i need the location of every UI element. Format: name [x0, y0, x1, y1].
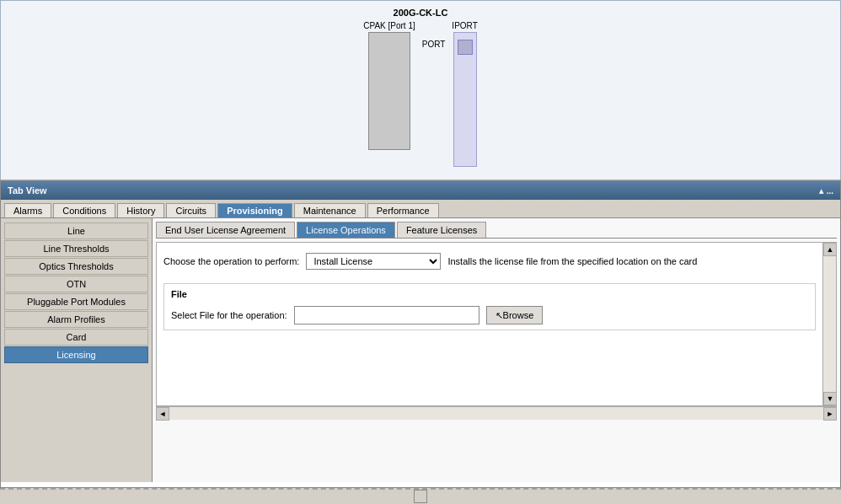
tab-history[interactable]: History: [117, 203, 164, 217]
operation-label: Choose the operation to perform:: [163, 256, 299, 266]
tab-provisioning[interactable]: Provisioning: [217, 203, 292, 217]
operation-select[interactable]: Install License: [306, 253, 441, 270]
vertical-scrollbar: ▲ ▼: [822, 243, 836, 405]
inner-tabs-bar: End User License Agreement License Opera…: [156, 222, 837, 239]
iport-box: [458, 40, 473, 55]
tab-view-menu-icon[interactable]: ...: [827, 186, 833, 196]
file-row: Select File for the operation: ↖ Browse: [171, 306, 808, 324]
scroll-down-button[interactable]: ▼: [823, 392, 837, 405]
scroll-left-button[interactable]: ◄: [156, 407, 169, 421]
bottom-resize-handle[interactable]: [414, 490, 427, 503]
diagram-area: 200G-CK-LC CPAK [Port 1] PORT IPORT: [0, 0, 841, 180]
scroll-right-button[interactable]: ►: [823, 407, 837, 421]
sidebar-item-pluggable-port-modules[interactable]: Pluggable Port Modules: [4, 293, 148, 310]
cpak-box: [368, 32, 410, 150]
tab-view-pin-icon[interactable]: ▴: [819, 186, 823, 196]
tab-view-container: Tab View ▴ ... Alarms Conditions History…: [0, 180, 841, 487]
tab-conditions[interactable]: Conditions: [53, 203, 115, 217]
sidebar-item-card[interactable]: Card: [4, 329, 148, 346]
horizontal-scrollbar: ◄ ►: [156, 406, 837, 420]
file-section: File Select File for the operation: ↖ Br…: [163, 283, 816, 330]
port2-label: PORT: [422, 40, 446, 49]
operation-row: Choose the operation to perform: Install…: [163, 249, 816, 273]
bottom-dashed-area: [0, 488, 841, 504]
sidebar-item-line-thresholds[interactable]: Line Thresholds: [4, 240, 148, 257]
inner-tab-license-operations[interactable]: License Operations: [297, 222, 395, 238]
sidebar-item-otn[interactable]: OTN: [4, 276, 148, 292]
device-name: 200G-CK-LC: [394, 8, 448, 18]
scroll-up-button[interactable]: ▲: [823, 243, 837, 256]
inner-tab-eula[interactable]: End User License Agreement: [156, 222, 295, 238]
inner-tab-feature-licenses[interactable]: Feature Licenses: [397, 222, 486, 238]
file-row-label: Select File for the operation:: [171, 310, 287, 320]
tab-view-title: Tab View: [8, 185, 47, 196]
inner-panel: Choose the operation to perform: Install…: [156, 242, 837, 406]
inner-panel-body: Choose the operation to perform: Install…: [157, 243, 836, 344]
tab-alarms[interactable]: Alarms: [4, 203, 51, 217]
port1-label: CPAK [Port 1]: [363, 21, 415, 30]
tab-view-header: Tab View ▴ ...: [1, 181, 840, 200]
sidebar-item-alarm-profiles[interactable]: Alarm Profiles: [4, 311, 148, 328]
file-path-input[interactable]: [294, 306, 479, 324]
tab-performance[interactable]: Performance: [367, 203, 439, 217]
main-content: Line Line Thresholds Optics Thresholds O…: [1, 218, 840, 481]
tab-maintenance[interactable]: Maintenance: [294, 203, 366, 217]
h-scroll-thumb: [169, 407, 823, 420]
top-tabs-bar: Alarms Conditions History Circuits Provi…: [1, 200, 840, 218]
browse-button[interactable]: ↖ Browse: [486, 306, 544, 324]
file-section-label: File: [171, 289, 808, 299]
operation-description: Installs the license file from the speci…: [447, 256, 697, 266]
right-content: End User License Agreement License Opera…: [153, 218, 840, 481]
iport-column: [453, 32, 477, 167]
port3-label: IPORT: [452, 21, 477, 30]
tab-circuits[interactable]: Circuits: [166, 203, 216, 217]
sidebar-item-licensing[interactable]: Licensing: [4, 346, 148, 363]
left-sidebar: Line Line Thresholds Optics Thresholds O…: [1, 218, 153, 481]
browse-cursor-icon: ↖: [495, 310, 503, 321]
sidebar-item-optics-thresholds[interactable]: Optics Thresholds: [4, 258, 148, 275]
sidebar-item-line[interactable]: Line: [4, 223, 148, 239]
scroll-thumb: [823, 256, 836, 392]
